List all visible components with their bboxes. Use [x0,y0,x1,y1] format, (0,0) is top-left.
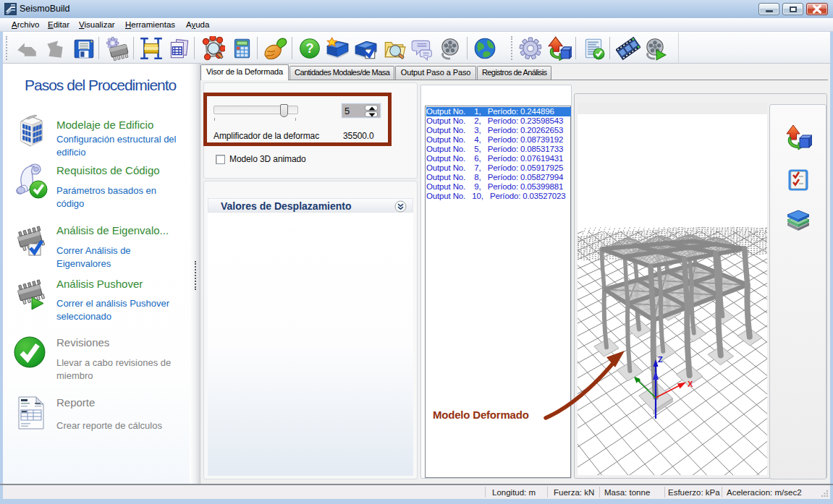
svg-text:Z: Z [658,355,663,364]
svg-text:?: ? [305,41,313,56]
svg-text:X: X [688,380,693,388]
